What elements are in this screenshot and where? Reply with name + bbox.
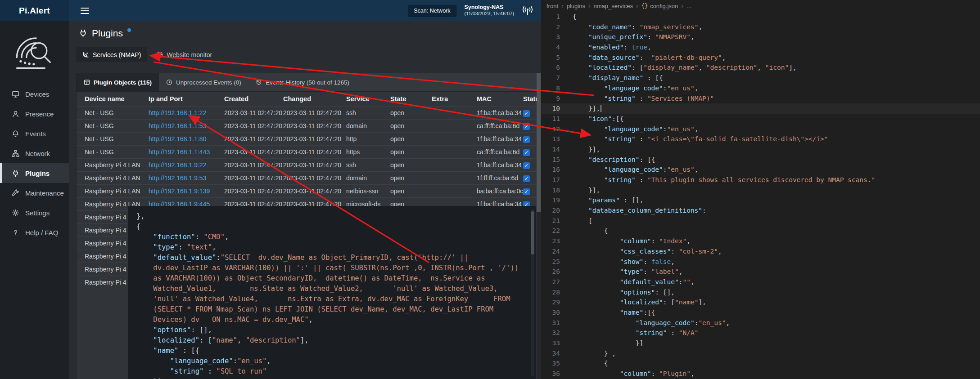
code-line-5[interactable]: 5 "data_source": "pialert-db-query", [541, 53, 980, 63]
code-line-13[interactable]: 13 "string" : "<i class=\"fa-solid fa-sa… [541, 134, 980, 144]
code-line-11[interactable]: 11 "icon":[{ [541, 114, 980, 124]
breadcrumb-item-front[interactable]: front [546, 3, 558, 9]
code-line-20[interactable]: 20 "database_column_definitions": [541, 205, 980, 216]
code-line-7[interactable]: 7 "display_name" : [{ [541, 73, 980, 83]
code-line-26[interactable]: 26 "type": "label", [541, 267, 980, 277]
line-number: 29 [541, 297, 560, 308]
sidebar-item-label: Plugins [25, 169, 50, 177]
code-line-10[interactable]: 10 }], [541, 103, 980, 114]
col-header-state[interactable]: State [390, 92, 432, 107]
row-checkbox[interactable]: ✓ [523, 110, 530, 117]
snippet-scrollbar[interactable] [531, 209, 534, 376]
code-line-31[interactable]: 31 "language_code":"en_us", [541, 318, 980, 328]
sidebar-item-presence[interactable]: Presence [0, 104, 69, 124]
code-line-2[interactable]: 2 "code_name": "nmap_services", [541, 22, 980, 32]
code-line-34[interactable]: 34 } , [541, 348, 980, 359]
sidebar-item-network[interactable]: Network [0, 143, 69, 163]
col-header-changed[interactable]: Changed [283, 92, 346, 107]
breadcrumb-item-config-json[interactable]: {}config.json [641, 3, 678, 9]
code-line-17[interactable]: 17 "string" : "This plugin shows all ser… [541, 175, 980, 185]
subtab-events-history-50-out-of-1265[interactable]: Events History (50 out of 1265) [248, 73, 357, 91]
editor-code-area[interactable]: 1{2 "code_name": "nmap_services",3 "uniq… [541, 12, 980, 379]
breadcrumb-item-plugins[interactable]: plugins [567, 3, 585, 9]
sidebar-item-plugins[interactable]: Plugins [0, 163, 69, 183]
code-line-6[interactable]: 6 "localized": ["display_name", "descrip… [541, 62, 980, 73]
snippet-code-line: "function": "CMD", [136, 232, 524, 242]
col-header-extra[interactable]: Extra [432, 92, 477, 107]
cell-service: domain [346, 120, 390, 133]
line-number: 10 [541, 103, 560, 114]
subtab-plugin-objects-115[interactable]: Plugin Objects (115) [77, 73, 159, 91]
col-header-created[interactable]: Created [224, 92, 283, 107]
ip-port-link[interactable]: http://192.168.1.1:22 [149, 109, 206, 116]
col-header-status[interactable]: Status [523, 92, 537, 107]
breadcrumb-item-[interactable]: ... [686, 3, 691, 9]
code-line-18[interactable]: 18 }], [541, 185, 980, 196]
code-line-25[interactable]: 25 "show": false, [541, 257, 980, 267]
line-content: "default_value":"", [560, 277, 695, 287]
code-line-9[interactable]: 9 "string" : "Services (NMAP)" [541, 94, 980, 104]
line-content: "string" : "Services (NMAP)" [560, 94, 714, 104]
cell-service: https [346, 146, 390, 159]
menu-toggle-icon[interactable] [78, 3, 92, 18]
code-line-32[interactable]: 32 "string" : "N/A" [541, 328, 980, 338]
code-line-33[interactable]: 33 }] [541, 338, 980, 348]
code-line-16[interactable]: 16 "language_code":"en_us", [541, 165, 980, 175]
sidebar-item-help-faq[interactable]: Help / FAQ [0, 223, 69, 242]
table-row: Net - USGhttp://192.168.1.1:802023-03-11… [77, 133, 537, 146]
code-line-15[interactable]: 15 "description": [{ [541, 155, 980, 165]
row-checkbox[interactable]: ✓ [523, 149, 530, 156]
tab-website-monitor[interactable]: Website monitor [150, 47, 218, 62]
table-row: Raspberry Pi 4 LANhttp://192.168.1.9:139… [77, 185, 537, 198]
code-line-36[interactable]: 36 "column": "Plugin", [541, 369, 980, 379]
breadcrumb: front›plugins›nmap_services›{}config.jso… [541, 0, 980, 12]
code-line-24[interactable]: 24 "css_classes": "col-sm-2", [541, 246, 980, 257]
sidebar-item-events[interactable]: Events [0, 124, 69, 143]
code-line-23[interactable]: 23 "column": "Index", [541, 236, 980, 246]
app-logo[interactable]: Pi.Alert [0, 0, 69, 21]
snippet-code-line: }, [136, 211, 524, 222]
code-line-19[interactable]: 19 "params" : [], [541, 195, 980, 205]
ip-port-link[interactable]: http://192.168.1.9:53 [149, 174, 206, 182]
col-header-service[interactable]: Service [346, 92, 390, 107]
ip-port-link[interactable]: http://192.168.1.9:22 [149, 161, 206, 169]
code-line-14[interactable]: 14 }], [541, 144, 980, 155]
page-scrollbar[interactable] [537, 73, 541, 379]
tab-services-nmap[interactable]: Services (NMAP) [76, 47, 147, 62]
line-content: "params" : [], [560, 195, 643, 205]
monitor-icon [12, 90, 19, 98]
code-line-29[interactable]: 29 "localized": ["name"], [541, 297, 980, 308]
code-line-4[interactable]: 4 "enabled": true, [541, 42, 980, 53]
sidebar-item-maintenance[interactable]: Maintenance [0, 183, 69, 203]
code-line-28[interactable]: 28 "options": [], [541, 287, 980, 298]
ip-port-link[interactable]: http://192.168.1.1:53 [149, 122, 206, 129]
line-number: 22 [541, 226, 560, 236]
broadcast-tower-icon[interactable] [522, 5, 533, 16]
cell-extra [432, 133, 477, 146]
info-dot[interactable] [127, 28, 131, 32]
code-line-1[interactable]: 1{ [541, 12, 980, 22]
code-line-21[interactable]: 21 [ [541, 216, 980, 226]
breadcrumb-item-nmap-services[interactable]: nmap_services [594, 3, 633, 9]
ip-port-link[interactable]: http://192.168.1.1:80 [149, 135, 206, 143]
code-line-30[interactable]: 30 "name":[{ [541, 308, 980, 318]
ip-port-link[interactable]: http://192.168.1.9:139 [149, 187, 210, 195]
code-line-22[interactable]: 22 { [541, 226, 980, 236]
row-checkbox[interactable]: ✓ [523, 136, 530, 143]
row-checkbox[interactable]: ✓ [523, 123, 530, 130]
code-line-3[interactable]: 3 "unique_prefix": "NMAPSRV", [541, 32, 980, 42]
code-line-27[interactable]: 27 "default_value":"", [541, 277, 980, 287]
code-line-8[interactable]: 8 "language_code":"en_us", [541, 83, 980, 94]
ip-port-link[interactable]: http://192.168.1.1:443 [149, 148, 210, 156]
row-checkbox[interactable]: ✓ [523, 175, 530, 182]
code-line-35[interactable]: 35 { [541, 358, 980, 369]
col-header-device-name[interactable]: Device name [77, 92, 149, 107]
subtab-unprocessed-events-0[interactable]: Unprocessed Events (0) [159, 73, 248, 91]
code-line-12[interactable]: 12 "language_code":"en_us", [541, 124, 980, 134]
sidebar-item-settings[interactable]: Settings [0, 203, 69, 223]
sidebar-item-devices[interactable]: Devices [0, 84, 69, 104]
row-checkbox[interactable]: ✓ [523, 188, 530, 195]
col-header-ip-and-port[interactable]: Ip and Port [149, 92, 224, 107]
col-header-mac[interactable]: MAC [477, 92, 523, 107]
row-checkbox[interactable]: ✓ [523, 162, 530, 169]
